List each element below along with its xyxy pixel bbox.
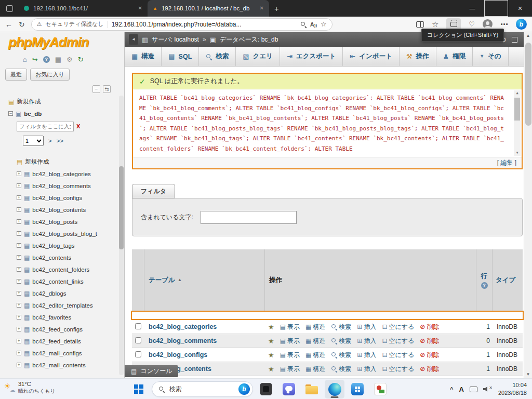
search-link[interactable]: 検索 bbox=[331, 351, 351, 360]
collapse-minus-icon[interactable]: − bbox=[8, 111, 13, 116]
scroll-up-icon[interactable] bbox=[514, 90, 521, 96]
close-button[interactable]: ✕ bbox=[508, 0, 532, 17]
table-name[interactable]: bc42_mail_configs bbox=[32, 350, 82, 356]
table-name[interactable]: bc42_blog_contents bbox=[32, 207, 86, 213]
empty-link[interactable]: 空にする bbox=[382, 337, 414, 345]
tab-close-icon[interactable] bbox=[260, 6, 264, 11]
weather-widget[interactable]: 31°C 晴れのちくもり bbox=[4, 381, 55, 394]
favorites-icon[interactable] bbox=[432, 20, 438, 28]
tab-close-icon[interactable] bbox=[138, 6, 142, 11]
tree-new-table[interactable]: 新規作成 bbox=[0, 156, 118, 168]
collapse-all-icon[interactable]: − bbox=[92, 85, 100, 93]
tree-table-item[interactable]: +bc42_blog_tags bbox=[0, 240, 118, 251]
help-icon[interactable]: ? bbox=[43, 56, 50, 63]
tree-table-item[interactable]: +bc42_blog_categories bbox=[0, 168, 118, 180]
tab-privileges[interactable]: 権限 bbox=[436, 47, 473, 66]
tree-table-item[interactable]: +bc42_blog_contents bbox=[0, 204, 118, 216]
favorite-this-page-icon[interactable] bbox=[321, 21, 327, 28]
header-rows-column[interactable]: 行? bbox=[476, 249, 493, 311]
expand-plus-icon[interactable]: + bbox=[17, 279, 21, 284]
breadcrumb-database[interactable]: データベース: bc_db bbox=[220, 35, 278, 44]
url-text[interactable]: 192.168.100.1/pma/index.php?route=/datab… bbox=[112, 21, 297, 28]
tree-table-item[interactable]: +bc42_mail_configs bbox=[0, 347, 118, 359]
table-name[interactable]: bc42_blog_comments bbox=[32, 183, 91, 189]
table-name[interactable]: bc42_feed_configs bbox=[32, 326, 83, 332]
expand-plus-icon[interactable]: + bbox=[17, 303, 21, 308]
insert-link[interactable]: 挿入 bbox=[357, 337, 376, 345]
browser-tab-inactive[interactable]: 192.168.100.1/bc41/ bbox=[19, 0, 148, 17]
drop-link[interactable]: 削除 bbox=[420, 365, 439, 374]
structure-link[interactable]: 構造 bbox=[305, 337, 325, 345]
browse-link[interactable]: 表示 bbox=[280, 365, 300, 374]
empty-link[interactable]: 空にする bbox=[382, 365, 414, 374]
tree-table-item[interactable]: +bc42_blog_posts_blog_t bbox=[0, 228, 118, 240]
search-link[interactable]: 検索 bbox=[331, 337, 351, 345]
expand-plus-icon[interactable]: + bbox=[17, 171, 21, 176]
table-name[interactable]: bc42_blog_categories bbox=[32, 171, 91, 177]
back-icon[interactable] bbox=[5, 21, 12, 28]
expand-plus-icon[interactable]: + bbox=[17, 291, 21, 296]
settings-icon[interactable] bbox=[66, 56, 73, 63]
favorite-star-icon[interactable] bbox=[268, 366, 274, 373]
tab-sql[interactable]: SQL bbox=[162, 47, 199, 66]
empty-link[interactable]: 空にする bbox=[382, 351, 414, 360]
structure-link[interactable]: 構造 bbox=[305, 323, 325, 331]
table-name[interactable]: bc42_feed_details bbox=[32, 338, 81, 344]
browser-essentials-icon[interactable]: ♡ bbox=[469, 20, 475, 28]
tree-table-item[interactable]: +bc42_feed_details bbox=[0, 335, 118, 347]
expand-plus-icon[interactable]: + bbox=[17, 255, 21, 260]
browse-link[interactable]: 表示 bbox=[280, 323, 300, 331]
breadcrumb-server[interactable]: サーバ: localhost bbox=[152, 35, 199, 44]
new-table-label[interactable]: 新規作成 bbox=[25, 158, 49, 166]
taskbar-search[interactable]: 検索 b bbox=[152, 381, 253, 397]
table-name[interactable]: bc42_dblogs bbox=[32, 290, 66, 297]
insert-link[interactable]: 挿入 bbox=[357, 365, 376, 374]
logout-icon[interactable] bbox=[32, 56, 38, 63]
tree-table-item[interactable]: +bc42_contents bbox=[0, 251, 118, 263]
expand-plus-icon[interactable]: + bbox=[17, 243, 21, 248]
table-name[interactable]: bc42_editor_templates bbox=[32, 302, 92, 309]
expand-plus-icon[interactable]: + bbox=[17, 327, 21, 331]
sidebar-scrollbar[interactable] bbox=[119, 96, 124, 375]
favorite-star-icon[interactable] bbox=[268, 352, 274, 358]
drop-link[interactable]: 削除 bbox=[420, 337, 439, 345]
speaker-muted-icon[interactable] bbox=[483, 386, 493, 392]
search-in-page-icon[interactable] bbox=[300, 21, 307, 28]
taskbar-app-explorer[interactable] bbox=[302, 380, 322, 398]
favorite-star-icon[interactable] bbox=[268, 324, 274, 330]
tab-import[interactable]: インポート bbox=[343, 47, 400, 66]
browse-link[interactable]: 表示 bbox=[280, 351, 300, 360]
console-bar[interactable]: コンソール bbox=[125, 365, 178, 377]
search-link[interactable]: 検索 bbox=[331, 365, 351, 374]
header-type-column[interactable]: タイプ bbox=[493, 249, 523, 311]
favorite-tables-button[interactable]: お気に入り bbox=[30, 69, 70, 81]
column-label[interactable]: 行 bbox=[481, 272, 488, 281]
split-screen-icon[interactable] bbox=[416, 21, 424, 28]
tree-table-item[interactable]: +bc42_content_links bbox=[0, 275, 118, 287]
table-name-link[interactable]: bc42_blog_configs bbox=[144, 351, 265, 358]
tree-table-item[interactable]: +bc42_feed_configs bbox=[0, 323, 118, 335]
table-name[interactable]: bc42_content_folders bbox=[32, 267, 89, 273]
table-name[interactable]: bc42_mail_contents bbox=[32, 362, 85, 368]
browser-tab-active[interactable]: 192.168.100.1 / localhost / bc_db bbox=[148, 0, 269, 17]
tree-table-item[interactable]: +bc42_blog_configs bbox=[0, 192, 118, 204]
taskbar-app-chat[interactable] bbox=[279, 380, 299, 398]
structure-link[interactable]: 構造 bbox=[305, 365, 325, 374]
row-checkbox[interactable] bbox=[135, 337, 141, 343]
taskbar-app-dark[interactable] bbox=[256, 380, 276, 398]
table-name[interactable]: bc42_favorites bbox=[32, 314, 71, 321]
expand-plus-icon[interactable]: + bbox=[17, 315, 21, 320]
new-tab-button[interactable]: + bbox=[274, 4, 279, 13]
page-select[interactable]: 1 bbox=[23, 136, 44, 146]
tab-export[interactable]: エクスポート bbox=[280, 47, 343, 66]
display-icon[interactable] bbox=[470, 387, 477, 392]
page-scrollbar[interactable] bbox=[524, 32, 532, 378]
structure-link[interactable]: 構造 bbox=[305, 351, 325, 360]
ime-mode[interactable]: A bbox=[459, 385, 464, 393]
tree-table-item[interactable]: +bc42_dblogs bbox=[0, 287, 118, 299]
table-name[interactable]: bc42_blog_configs bbox=[32, 195, 82, 201]
tree-filter-input[interactable] bbox=[17, 122, 74, 131]
drop-link[interactable]: 削除 bbox=[420, 323, 439, 331]
drop-link[interactable]: 削除 bbox=[420, 351, 439, 360]
table-name[interactable]: bc42_blog_posts bbox=[32, 219, 77, 225]
